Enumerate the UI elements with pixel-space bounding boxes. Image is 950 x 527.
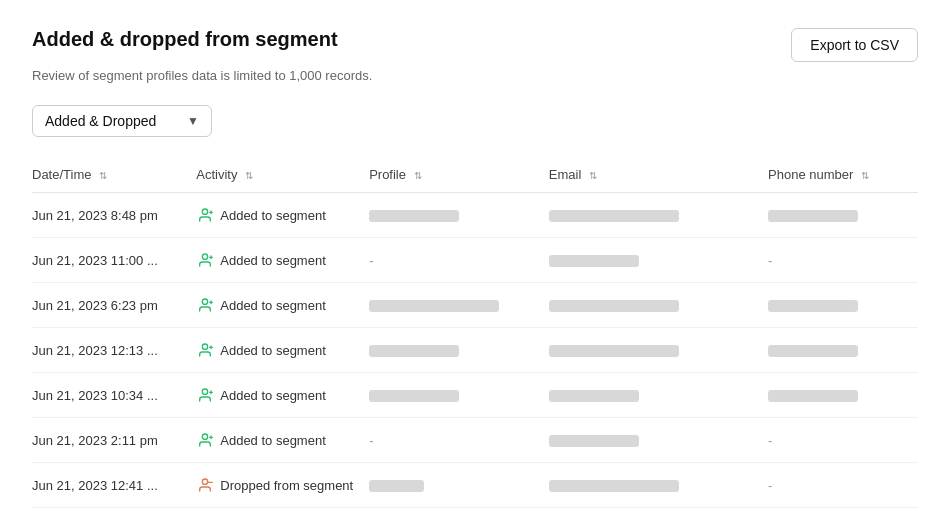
svg-point-9 bbox=[203, 344, 208, 349]
cell-profile bbox=[369, 193, 549, 238]
dropdown-value: Added & Dropped bbox=[45, 113, 156, 129]
cell-profile bbox=[369, 373, 549, 418]
cell-datetime: Jun 21, 2023 8:48 pm bbox=[32, 193, 196, 238]
cell-phone bbox=[768, 193, 918, 238]
cell-datetime: Jun 21, 2023 11:00 ... bbox=[32, 238, 196, 283]
cell-email bbox=[549, 283, 768, 328]
activity-cell: Added to segment bbox=[196, 251, 357, 269]
cell-activity: Added to segment bbox=[196, 418, 369, 463]
profile-blurred bbox=[369, 388, 459, 403]
activity-label: Added to segment bbox=[220, 433, 326, 448]
cell-activity: Added to segment bbox=[196, 193, 369, 238]
table-body: Jun 21, 2023 8:48 pm Added to segment Ju… bbox=[32, 193, 918, 508]
profile-blurred bbox=[369, 298, 499, 313]
col-header-email[interactable]: Email ⇅ bbox=[549, 157, 768, 193]
activity-cell: Added to segment bbox=[196, 296, 357, 314]
col-header-profile[interactable]: Profile ⇅ bbox=[369, 157, 549, 193]
cell-profile: - bbox=[369, 238, 549, 283]
table-row: Jun 21, 2023 2:11 pm Added to segment -- bbox=[32, 418, 918, 463]
cell-profile bbox=[369, 283, 549, 328]
email-blurred bbox=[549, 298, 679, 313]
cell-phone bbox=[768, 283, 918, 328]
col-header-phone[interactable]: Phone number ⇅ bbox=[768, 157, 918, 193]
sort-icon-profile: ⇅ bbox=[414, 170, 422, 181]
page-title: Added & dropped from segment bbox=[32, 28, 338, 51]
table-row: Jun 21, 2023 10:34 ... Added to segment bbox=[32, 373, 918, 418]
cell-phone bbox=[768, 373, 918, 418]
cell-email bbox=[549, 463, 768, 508]
activity-cell: Added to segment bbox=[196, 431, 357, 449]
activity-label: Added to segment bbox=[220, 208, 326, 223]
phone-blurred bbox=[768, 208, 858, 223]
sort-icon-activity: ⇅ bbox=[245, 170, 253, 181]
table-row: Jun 21, 2023 6:23 pm Added to segment bbox=[32, 283, 918, 328]
cell-activity: Added to segment bbox=[196, 238, 369, 283]
cell-activity: Added to segment bbox=[196, 328, 369, 373]
phone-dash: - bbox=[768, 433, 772, 448]
email-blurred bbox=[549, 478, 679, 493]
add-person-icon bbox=[196, 341, 214, 359]
cell-datetime: Jun 21, 2023 12:13 ... bbox=[32, 328, 196, 373]
sort-icon-phone: ⇅ bbox=[861, 170, 869, 181]
svg-point-18 bbox=[203, 479, 208, 484]
phone-dash: - bbox=[768, 253, 772, 268]
filter-dropdown[interactable]: Added & Dropped ▼ bbox=[32, 105, 212, 137]
cell-phone bbox=[768, 328, 918, 373]
svg-point-0 bbox=[203, 209, 208, 214]
profile-dash: - bbox=[369, 253, 373, 268]
email-blurred bbox=[549, 388, 639, 403]
phone-blurred bbox=[768, 298, 858, 313]
col-header-datetime[interactable]: Date/Time ⇅ bbox=[32, 157, 196, 193]
cell-profile bbox=[369, 463, 549, 508]
cell-email bbox=[549, 373, 768, 418]
cell-activity: Dropped from segment bbox=[196, 463, 369, 508]
cell-datetime: Jun 21, 2023 6:23 pm bbox=[32, 283, 196, 328]
activity-label: Added to segment bbox=[220, 343, 326, 358]
subtitle-text: Review of segment profiles data is limit… bbox=[32, 68, 918, 83]
cell-email bbox=[549, 328, 768, 373]
profile-dash: - bbox=[369, 433, 373, 448]
activity-cell: Added to segment bbox=[196, 341, 357, 359]
drop-person-icon bbox=[196, 476, 214, 494]
table-row: Jun 21, 2023 8:48 pm Added to segment bbox=[32, 193, 918, 238]
add-person-icon bbox=[196, 251, 214, 269]
profile-blurred bbox=[369, 343, 459, 358]
add-person-icon bbox=[196, 386, 214, 404]
phone-dash: - bbox=[768, 478, 772, 493]
cell-email bbox=[549, 193, 768, 238]
svg-point-6 bbox=[203, 299, 208, 304]
table-row: Jun 21, 2023 12:41 ... Dropped from segm… bbox=[32, 463, 918, 508]
cell-activity: Added to segment bbox=[196, 283, 369, 328]
email-blurred bbox=[549, 253, 639, 268]
profile-blurred bbox=[369, 478, 424, 493]
cell-activity: Added to segment bbox=[196, 373, 369, 418]
col-header-activity[interactable]: Activity ⇅ bbox=[196, 157, 369, 193]
email-blurred bbox=[549, 208, 679, 223]
activity-cell: Added to segment bbox=[196, 206, 357, 224]
phone-blurred bbox=[768, 388, 858, 403]
activity-label: Added to segment bbox=[220, 253, 326, 268]
profile-blurred bbox=[369, 208, 459, 223]
email-blurred bbox=[549, 433, 639, 448]
cell-phone: - bbox=[768, 418, 918, 463]
cell-email bbox=[549, 418, 768, 463]
svg-point-3 bbox=[203, 254, 208, 259]
header-row: Added & dropped from segment Export to C… bbox=[32, 28, 918, 62]
table-row: Jun 21, 2023 11:00 ... Added to segment … bbox=[32, 238, 918, 283]
email-blurred bbox=[549, 343, 679, 358]
cell-phone: - bbox=[768, 238, 918, 283]
table-row: Jun 21, 2023 12:13 ... Added to segment bbox=[32, 328, 918, 373]
svg-point-15 bbox=[203, 434, 208, 439]
cell-datetime: Jun 21, 2023 10:34 ... bbox=[32, 373, 196, 418]
add-person-icon bbox=[196, 431, 214, 449]
cell-datetime: Jun 21, 2023 12:41 ... bbox=[32, 463, 196, 508]
add-person-icon bbox=[196, 296, 214, 314]
add-person-icon bbox=[196, 206, 214, 224]
cell-phone: - bbox=[768, 463, 918, 508]
sort-icon-email: ⇅ bbox=[589, 170, 597, 181]
export-csv-button[interactable]: Export to CSV bbox=[791, 28, 918, 62]
cell-profile: - bbox=[369, 418, 549, 463]
chevron-down-icon: ▼ bbox=[187, 114, 199, 128]
activity-cell: Added to segment bbox=[196, 386, 357, 404]
page-container: Added & dropped from segment Export to C… bbox=[0, 0, 950, 527]
